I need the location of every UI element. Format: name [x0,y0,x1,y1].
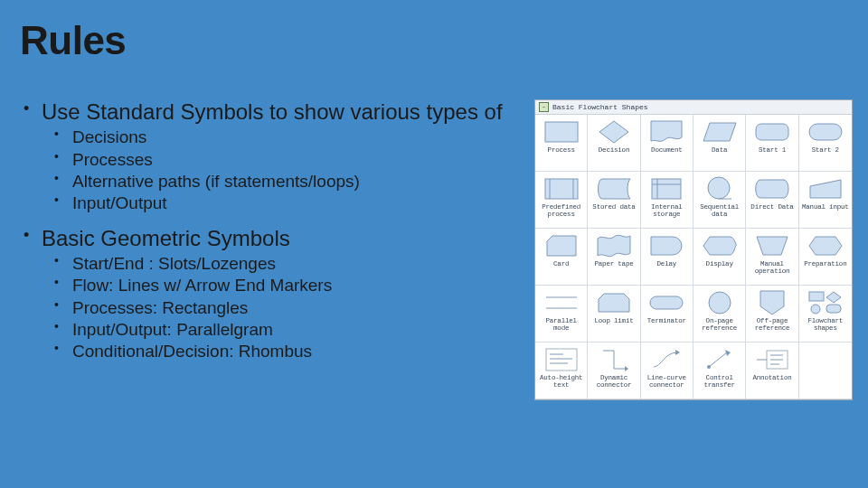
subbullet: Decisions [54,127,530,148]
bullet-standard-symbols: Use Standard Symbols to show various typ… [24,99,530,125]
subbullet: Input/Output: Parallelgram [54,319,530,341]
svg-rect-24 [809,292,824,301]
shapes-panel: – Basic Flowchart Shapes Process Decisio… [534,99,853,400]
shape-display[interactable]: Display [693,229,746,286]
svg-marker-15 [547,236,576,256]
shape-control-transfer[interactable]: Control transfer [693,343,746,399]
subbullet: Conditional/Decision: Rhombus [54,341,530,362]
shape-start1[interactable]: Start 1 [746,115,798,172]
shape-direct-data[interactable]: Direct Data [746,172,798,229]
svg-rect-4 [809,124,842,140]
slide-title: Rules [20,18,126,63]
svg-marker-1 [599,121,628,143]
subbullet: Alternative paths (if statements/loops) [54,171,530,192]
shape-data[interactable]: Data [693,115,746,172]
shape-sequential-data[interactable]: Sequential data [693,172,746,229]
svg-marker-32 [625,366,628,371]
shape-process[interactable]: Process [535,115,588,172]
svg-marker-14 [810,180,841,198]
svg-rect-28 [546,349,577,371]
shape-flowchart-shapes[interactable]: Flowchart shapes [799,286,852,343]
shape-annotation[interactable]: Annotation [746,343,798,399]
svg-point-35 [707,365,711,369]
shape-autoheight-text[interactable]: Auto-height text [535,343,588,399]
panel-header[interactable]: – Basic Flowchart Shapes [535,100,852,115]
shape-predefined-process[interactable]: Predefined process [535,172,588,229]
shape-start2[interactable]: Start 2 [799,115,852,172]
svg-marker-17 [809,237,842,255]
shape-dynamic-connector[interactable]: Dynamic connector [588,343,640,399]
svg-rect-27 [826,305,841,313]
shape-internal-storage[interactable]: Internal storage [641,172,693,229]
shape-onpage-ref[interactable]: On-page reference [693,286,746,343]
bullet-geometric-symbols: Basic Geometric Symbols [24,226,530,251]
shape-stored-data[interactable]: Stored data [588,172,640,229]
svg-marker-33 [675,350,680,355]
svg-rect-0 [545,122,578,142]
panel-title: Basic Flowchart Shapes [552,103,648,111]
shape-parallel-mode[interactable]: Parallel mode [535,286,588,343]
subbullet: Processes [54,149,530,171]
subbullet: Start/End : Slots/Lozenges [54,253,530,275]
svg-point-22 [709,292,731,314]
shapes-grid: Process Decision Document Data Start 1 S… [535,115,852,399]
subbullet: Flow: Lines w/ Arrow End Markers [54,275,530,296]
shape-loop-limit[interactable]: Loop limit [588,286,640,343]
svg-rect-21 [650,296,683,309]
svg-rect-8 [652,179,681,199]
subbullet: Input/Output [54,192,530,214]
shape-preparation[interactable]: Preparation [799,229,852,286]
subbullet: Processes: Rectangles [54,297,530,319]
shape-line-curve-connector[interactable]: Line-curve connector [641,343,693,399]
svg-point-26 [811,305,820,314]
svg-point-11 [708,177,730,199]
svg-rect-3 [756,124,788,140]
collapse-icon[interactable]: – [539,102,549,112]
shape-manual-input[interactable]: Manual input [799,172,852,229]
shape-empty [799,343,852,399]
slide-body: Use Standard Symbols to show various typ… [24,99,530,373]
svg-marker-25 [826,292,841,303]
shape-card[interactable]: Card [535,229,588,286]
shape-terminator[interactable]: Terminator [641,286,693,343]
shape-offpage-ref[interactable]: Off-page reference [746,286,798,343]
svg-marker-16 [757,237,788,255]
svg-marker-23 [760,291,784,314]
shape-manual-operation[interactable]: Manual operation [746,229,798,286]
shape-decision[interactable]: Decision [588,115,640,172]
shape-delay[interactable]: Delay [641,229,693,286]
svg-marker-20 [599,294,629,312]
shape-paper-tape[interactable]: Paper tape [588,229,640,286]
shape-document[interactable]: Document [641,115,693,172]
svg-marker-2 [703,123,736,141]
